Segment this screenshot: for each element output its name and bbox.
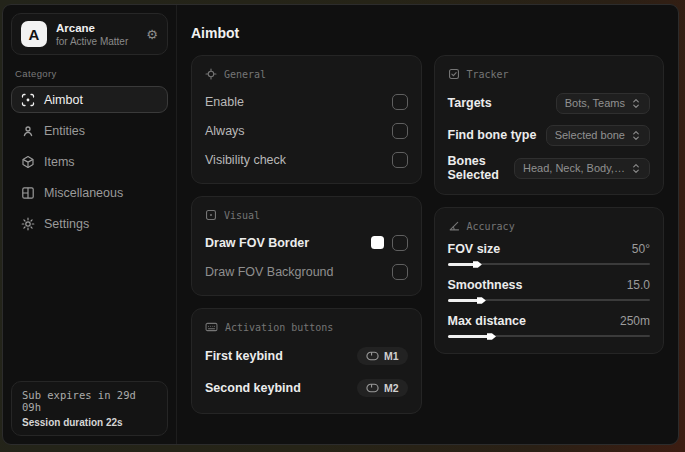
fov-size-value: 50° [632,242,650,256]
sidebar-item-items[interactable]: Items [11,148,168,175]
accuracy-card: Accuracy FOV size 50° [434,207,665,354]
app-window: A Arcane for Active Matter ⚙ Category Ai… [2,4,679,445]
fov-size-slider[interactable] [448,259,651,269]
frame-icon [205,209,217,221]
setting-row-fov-background: Draw FOV Background [205,260,408,283]
always-checkbox[interactable] [392,123,408,139]
fov-border-checkbox[interactable] [392,235,408,251]
brand-name: Arcane [56,22,137,34]
slider-fill [448,263,476,266]
setting-row-visibility-check: Visibility check [205,148,408,171]
mouse-icon [366,351,379,361]
keyboard-icon [205,321,218,333]
smoothness-slider[interactable] [448,295,651,305]
slider-fill [448,299,480,302]
slider-thumb[interactable] [477,296,486,305]
keybind-value: M1 [384,350,399,362]
setting-label: Bones Selected [448,154,515,182]
sidebar: A Arcane for Active Matter ⚙ Category Ai… [3,5,177,444]
setting-label: Find bone type [448,128,537,142]
setting-label: Enable [205,95,244,109]
person-scan-icon [21,124,35,138]
setting-row-fov-border: Draw FOV Border [205,231,408,254]
setting-row-enable: Enable [205,90,408,113]
setting-label: Second keybind [205,381,301,395]
right-column: Tracker Targets Bots, Teams Find bone ty… [434,55,665,354]
target-box-icon [448,68,460,80]
sidebar-item-label: Items [44,155,75,169]
left-column: General Enable Always Visibility check [191,55,422,414]
unfold-icon [631,163,641,174]
activation-header: Activation buttons [205,321,408,333]
settings-columns: General Enable Always Visibility check [191,55,664,414]
select-value: Bots, Teams [565,97,625,109]
setting-label: Smoothness [448,278,523,292]
setting-label: Always [205,124,245,138]
unfold-icon [631,130,641,141]
sidebar-item-settings[interactable]: Settings [11,210,168,237]
tracker-header-label: Tracker [467,69,509,80]
second-keybind-button[interactable]: M2 [357,379,408,397]
brand-subtitle: for Active Matter [56,36,137,47]
setting-row-first-keybind: First keybind M1 [205,343,408,369]
general-header-label: General [224,69,266,80]
setting-row-always: Always [205,119,408,142]
sidebar-item-label: Settings [44,217,89,231]
gear-icon [21,217,35,231]
setting-label: Draw FOV Border [205,236,309,250]
subscription-card: Sub expires in 29d 09h Session duration … [11,381,168,436]
brand-logo: A [21,21,47,47]
sidebar-item-entities[interactable]: Entities [11,117,168,144]
cube-icon [21,155,35,169]
sidebar-item-aimbot[interactable]: Aimbot [11,86,168,113]
crosshair-icon [205,68,217,80]
category-label: Category [15,68,164,79]
gear-icon[interactable]: ⚙ [146,28,158,41]
setting-row-bones-selected: Bones Selected Head, Neck, Body, Pe... [448,154,651,182]
category-nav: Aimbot Entities Items [11,86,168,237]
fov-background-checkbox[interactable] [392,264,408,280]
keybind-value: M2 [384,382,399,394]
bones-selected-select[interactable]: Head, Neck, Body, Pe... [514,158,650,179]
max-distance-slider[interactable] [448,331,651,341]
general-card: General Enable Always Visibility check [191,55,422,184]
accuracy-header-label: Accuracy [467,221,515,232]
sidebar-item-miscellaneous[interactable]: Miscellaneous [11,179,168,206]
activation-header-label: Activation buttons [225,322,333,333]
select-value: Selected bone [555,129,625,141]
layout-icon [21,186,35,200]
setting-label: Draw FOV Background [205,265,334,279]
setting-row-max-distance: Max distance 250m [448,314,651,341]
brand-text: Arcane for Active Matter [56,22,137,47]
setting-row-second-keybind: Second keybind M2 [205,375,408,401]
find-bone-type-select[interactable]: Selected bone [546,125,650,146]
general-header: General [205,68,408,80]
setting-row-fov-size: FOV size 50° [448,242,651,269]
slider-thumb[interactable] [473,260,482,269]
visual-header-label: Visual [224,210,260,221]
select-value: Head, Neck, Body, Pe... [523,162,625,174]
sidebar-item-label: Aimbot [44,93,83,107]
unfold-icon [631,98,641,109]
sidebar-item-label: Miscellaneous [44,186,123,200]
activation-card: Activation buttons First keybind M1 [191,308,422,414]
mouse-icon [366,383,379,393]
first-keybind-button[interactable]: M1 [357,347,408,365]
setting-row-smoothness: Smoothness 15.0 [448,278,651,305]
tracker-header: Tracker [448,68,651,80]
visibility-check-checkbox[interactable] [392,152,408,168]
tracker-card: Tracker Targets Bots, Teams Find bone ty… [434,55,665,195]
targets-select[interactable]: Bots, Teams [556,93,650,114]
setting-label: Visibility check [205,153,286,167]
accuracy-header: Accuracy [448,220,651,232]
angle-icon [448,220,460,232]
slider-thumb[interactable] [487,332,496,341]
setting-row-find-bone-type: Find bone type Selected bone [448,122,651,148]
sidebar-item-label: Entities [44,124,85,138]
setting-label: Targets [448,96,492,110]
setting-row-targets: Targets Bots, Teams [448,90,651,116]
visual-header: Visual [205,209,408,221]
page-title: Aimbot [191,25,664,41]
enable-checkbox[interactable] [392,94,408,110]
fov-border-color-swatch[interactable] [371,236,384,249]
